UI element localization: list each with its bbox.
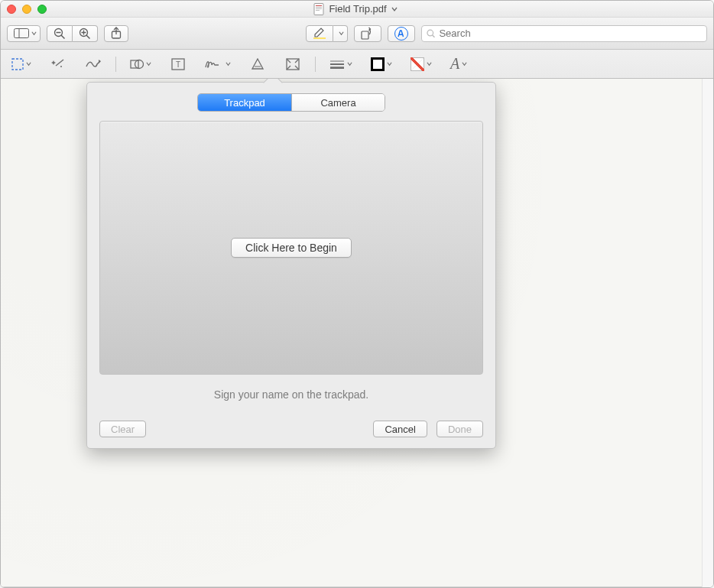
svg-marker-23 (99, 60, 101, 63)
tab-trackpad[interactable]: Trackpad (198, 94, 291, 111)
pdf-doc-icon (313, 3, 324, 15)
fill-color-button[interactable] (406, 55, 437, 73)
chevron-down-icon (146, 61, 151, 67)
instant-alpha-button[interactable] (45, 55, 71, 73)
minimize-window-button[interactable] (22, 5, 31, 14)
share-group (104, 25, 128, 42)
markup-group (388, 25, 415, 42)
signature-popover: Trackpad Camera Click Here to Begin Sign… (86, 82, 496, 449)
svg-point-25 (135, 60, 144, 68)
svg-rect-4 (316, 10, 320, 11)
line-style-icon (329, 60, 345, 69)
magic-wand-icon (51, 58, 65, 70)
separator (315, 57, 316, 72)
line-style-button[interactable] (325, 55, 357, 73)
rotate-button[interactable] (354, 25, 381, 42)
text-style-icon: A (450, 55, 459, 73)
window-controls (7, 5, 47, 14)
shapes-button[interactable] (125, 55, 156, 73)
zoom-window-button[interactable] (37, 5, 47, 14)
chevron-down-icon (347, 61, 352, 67)
border-color-swatch (371, 57, 385, 71)
svg-rect-17 (362, 31, 368, 39)
text-box-button[interactable]: T (165, 55, 191, 73)
text-box-icon: T (171, 58, 185, 70)
title-chevron-icon (391, 6, 398, 12)
window-title[interactable]: Field Trip.pdf (47, 3, 664, 15)
begin-signature-button[interactable]: Click Here to Begin (231, 238, 352, 258)
svg-line-11 (86, 35, 90, 39)
chevron-down-icon (31, 31, 37, 36)
annotate-note-button[interactable] (245, 55, 271, 73)
popover-arrow (263, 79, 282, 93)
tab-camera[interactable]: Camera (291, 94, 385, 111)
highlighter-icon (313, 28, 326, 39)
chevron-down-icon (462, 61, 467, 67)
sketch-icon (86, 60, 101, 69)
highlight-menu-button[interactable] (333, 25, 348, 42)
text-style-button[interactable]: A (446, 55, 472, 73)
share-button[interactable] (104, 25, 128, 42)
chevron-down-icon (427, 61, 432, 67)
note-triangle-icon (252, 58, 264, 70)
done-signature-button[interactable]: Done (437, 421, 483, 437)
border-color-button[interactable] (366, 55, 397, 73)
sidebar-icon (14, 28, 29, 38)
close-window-button[interactable] (7, 5, 16, 14)
zoom-in-button[interactable] (73, 25, 98, 42)
selection-rect-icon (11, 58, 24, 70)
chevron-down-icon (339, 31, 344, 36)
zoom-out-icon (54, 28, 66, 40)
main-toolbar (1, 18, 713, 50)
svg-point-18 (427, 30, 433, 36)
signature-canvas[interactable]: Click Here to Begin (99, 121, 483, 375)
chevron-down-icon (387, 61, 392, 67)
svg-line-8 (61, 35, 65, 39)
svg-line-21 (56, 60, 63, 66)
window-title-text: Field Trip.pdf (329, 3, 386, 15)
mask-icon (286, 58, 300, 70)
chevron-down-icon (226, 61, 231, 67)
chevron-down-icon (26, 61, 31, 67)
mask-button[interactable] (280, 55, 306, 73)
highlight-button[interactable] (306, 25, 333, 42)
svg-line-19 (433, 34, 435, 37)
zoom-in-icon (79, 28, 91, 40)
document-content-area: Trackpad Camera Click Here to Begin Sign… (1, 79, 702, 587)
popover-buttons: Clear Cancel Done (99, 421, 483, 437)
sketch-button[interactable] (80, 55, 106, 73)
rotate-icon (361, 28, 375, 40)
svg-marker-28 (252, 59, 263, 69)
svg-rect-1 (316, 5, 322, 6)
highlight-group (306, 25, 348, 42)
vertical-scrollbar[interactable] (702, 79, 713, 587)
selection-tool-button[interactable] (7, 55, 36, 73)
signature-source-tabs: Trackpad Camera (99, 93, 483, 112)
sign-button[interactable] (200, 55, 235, 73)
svg-rect-2 (316, 7, 322, 8)
fill-color-swatch (411, 57, 424, 71)
search-input[interactable] (439, 28, 702, 39)
shapes-icon (130, 58, 144, 70)
svg-point-22 (60, 66, 62, 67)
view-group (7, 25, 41, 42)
zoom-out-button[interactable] (47, 25, 73, 42)
cancel-signature-button[interactable]: Cancel (373, 421, 427, 437)
markup-toolbar: T A (1, 50, 713, 79)
svg-text:T: T (176, 60, 180, 69)
search-field[interactable] (421, 25, 707, 42)
preview-window: Field Trip.pdf (0, 0, 714, 588)
zoom-group (47, 25, 98, 42)
search-icon (427, 29, 435, 38)
signature-hint: Sign your name on the trackpad. (99, 388, 483, 401)
clear-signature-button[interactable]: Clear (99, 421, 146, 437)
svg-rect-5 (15, 29, 29, 38)
svg-rect-16 (313, 37, 326, 39)
markup-toggle-button[interactable] (388, 25, 415, 42)
titlebar: Field Trip.pdf (1, 1, 713, 18)
share-icon (111, 27, 122, 40)
svg-rect-20 (12, 59, 23, 70)
sidebar-view-button[interactable] (7, 25, 41, 42)
svg-rect-3 (316, 8, 322, 9)
rotate-group (354, 25, 381, 42)
